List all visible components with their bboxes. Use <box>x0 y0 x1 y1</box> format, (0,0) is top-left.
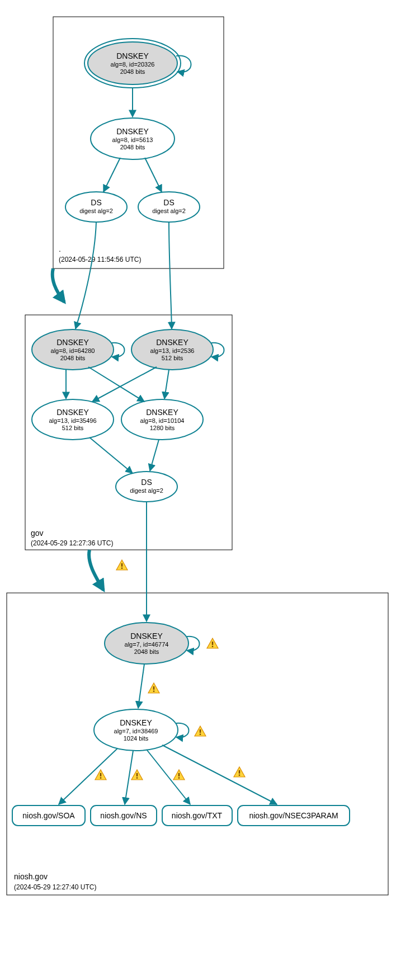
zone-root-name: . <box>59 244 61 253</box>
edge-zsk-soa <box>59 748 117 804</box>
svg-text:DNSKEY: DNSKEY <box>120 718 152 727</box>
zone-niosh-name: niosh.gov <box>14 872 48 881</box>
edge-gk4-ds <box>150 440 159 471</box>
edge-gov-to-niosh-zone <box>89 550 103 590</box>
svg-text:1024 bits: 1024 bits <box>124 735 149 742</box>
svg-text:512 bits: 512 bits <box>162 355 183 361</box>
svg-point-12 <box>65 192 127 222</box>
node-gov-ds: DS digest alg=2 <box>116 472 177 502</box>
svg-text:digest alg=2: digest alg=2 <box>130 487 163 494</box>
warning-icon <box>116 560 128 570</box>
svg-text:DNSKEY: DNSKEY <box>116 127 149 136</box>
svg-rect-38 <box>7 593 388 895</box>
svg-text:DS: DS <box>91 198 101 207</box>
record-txt: niosh.gov/TXT <box>162 805 232 826</box>
edge-root-to-gov-zone <box>53 268 64 302</box>
node-root-ds1: DS digest alg=2 <box>65 192 127 222</box>
svg-text:512 bits: 512 bits <box>62 425 84 431</box>
warning-icon <box>95 770 106 780</box>
svg-text:2048 bits: 2048 bits <box>134 648 159 655</box>
svg-text:DNSKEY: DNSKEY <box>156 338 188 347</box>
node-gov-key4: DNSKEY alg=8, id=10104 1280 bits <box>121 399 203 440</box>
edge-root-zsk-ds2 <box>145 158 162 192</box>
svg-text:DS: DS <box>141 478 152 487</box>
svg-text:alg=13, id=2536: alg=13, id=2536 <box>150 347 195 354</box>
node-gov-key2: DNSKEY alg=13, id=2536 512 bits <box>131 329 213 370</box>
svg-text:alg=7, id=38469: alg=7, id=38469 <box>114 728 158 734</box>
warning-icon <box>173 770 185 780</box>
svg-text:alg=8, id=20326: alg=8, id=20326 <box>111 61 155 68</box>
svg-text:digest alg=2: digest alg=2 <box>152 208 186 214</box>
edge-zsk-txt <box>147 750 190 804</box>
svg-text:alg=13, id=35496: alg=13, id=35496 <box>49 417 96 424</box>
svg-text:alg=8, id=64280: alg=8, id=64280 <box>51 347 95 354</box>
edge-zsk-ns <box>125 751 133 804</box>
edge-ds2-govkey2 <box>169 222 172 329</box>
node-root-zsk: DNSKEY alg=8, id=5613 2048 bits <box>91 118 175 159</box>
record-soa: niosh.gov/SOA <box>12 805 85 826</box>
edge-root-ksk-self <box>176 56 191 72</box>
svg-text:niosh.gov/SOA: niosh.gov/SOA <box>22 811 75 820</box>
svg-text:DNSKEY: DNSKEY <box>146 408 178 417</box>
svg-text:2048 bits: 2048 bits <box>120 144 145 150</box>
node-gov-key3: DNSKEY alg=13, id=35496 512 bits <box>32 399 114 440</box>
edge-ds1-govkey1 <box>76 222 96 329</box>
svg-text:niosh.gov/TXT: niosh.gov/TXT <box>172 811 223 820</box>
zone-niosh: niosh.gov (2024-05-29 12:27:40 UTC) <box>7 593 388 895</box>
svg-point-35 <box>116 472 177 502</box>
node-niosh-ksk: DNSKEY alg=7, id=46774 2048 bits <box>105 623 188 664</box>
record-ns: niosh.gov/NS <box>91 805 157 826</box>
svg-text:DNSKEY: DNSKEY <box>56 338 89 347</box>
svg-text:niosh.gov/NS: niosh.gov/NS <box>100 811 147 820</box>
svg-text:alg=8, id=5613: alg=8, id=5613 <box>112 136 153 143</box>
edge-root-zsk-ds1 <box>103 158 120 192</box>
svg-text:alg=7, id=46774: alg=7, id=46774 <box>125 641 169 648</box>
node-root-ksk: DNSKEY alg=8, id=20326 2048 bits <box>84 39 181 88</box>
warning-icon <box>207 638 218 648</box>
warning-icon <box>234 767 245 777</box>
node-root-ds2: DS digest alg=2 <box>138 192 200 222</box>
svg-text:alg=8, id=10104: alg=8, id=10104 <box>140 417 185 424</box>
warning-icon <box>195 726 206 736</box>
zone-gov-timestamp: (2024-05-29 12:27:36 UTC) <box>31 539 113 547</box>
svg-text:DNSKEY: DNSKEY <box>130 632 163 640</box>
node-niosh-zsk: DNSKEY alg=7, id=38469 1024 bits <box>94 709 178 751</box>
edge-gk2-gk4 <box>164 370 169 399</box>
warning-icon <box>148 683 159 693</box>
svg-text:digest alg=2: digest alg=2 <box>79 208 113 214</box>
svg-text:2048 bits: 2048 bits <box>60 355 86 361</box>
svg-point-15 <box>138 192 200 222</box>
svg-text:1280 bits: 1280 bits <box>150 425 175 431</box>
zone-root-timestamp: (2024-05-29 11:54:56 UTC) <box>59 256 141 263</box>
svg-text:DNSKEY: DNSKEY <box>116 51 149 60</box>
node-gov-key1: DNSKEY alg=8, id=64280 2048 bits <box>32 329 114 370</box>
edge-gk2-gk3 <box>92 367 157 402</box>
zone-niosh-timestamp: (2024-05-29 12:27:40 UTC) <box>14 883 96 891</box>
warning-icon <box>131 770 143 780</box>
edge-nksk-nzsk <box>138 664 144 708</box>
svg-text:DS: DS <box>163 198 174 207</box>
svg-text:niosh.gov/NSEC3PARAM: niosh.gov/NSEC3PARAM <box>249 811 338 820</box>
svg-text:2048 bits: 2048 bits <box>120 68 145 75</box>
edge-gk1-gk4 <box>88 367 144 402</box>
svg-text:DNSKEY: DNSKEY <box>56 408 89 417</box>
record-nsec3param: niosh.gov/NSEC3PARAM <box>238 805 350 826</box>
zone-gov-name: gov <box>31 529 44 538</box>
edge-gk3-ds <box>89 437 133 473</box>
